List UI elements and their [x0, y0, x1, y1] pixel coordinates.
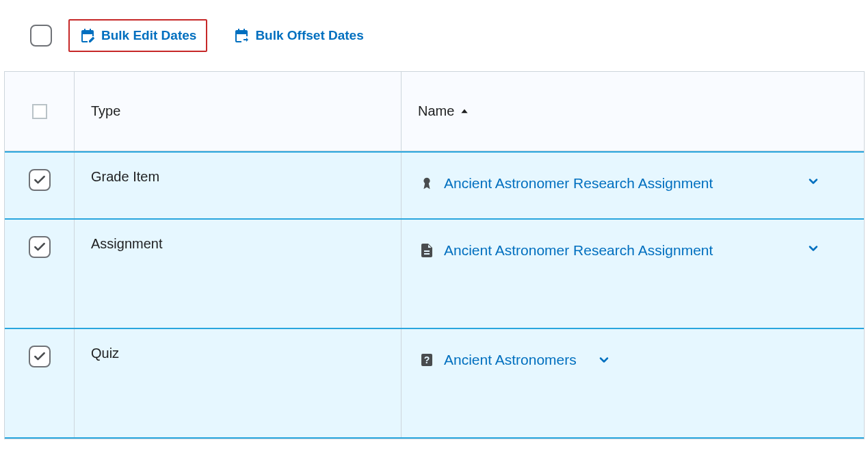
- header-name[interactable]: Name: [402, 72, 864, 151]
- table-row: Assignment Ancient Astronomer Research A…: [5, 220, 864, 329]
- header-type-label: Type: [91, 103, 120, 119]
- svg-text:?: ?: [424, 354, 430, 365]
- row-type-cell: Quiz: [75, 329, 402, 437]
- row-name-cell: ? Ancient Astronomers: [402, 329, 864, 437]
- bulk-edit-dates-button[interactable]: Bulk Edit Dates: [68, 19, 207, 52]
- row-checkbox[interactable]: [29, 346, 51, 367]
- row-checkbox[interactable]: [29, 236, 51, 258]
- row-name-cell: Ancient Astronomer Research Assignment: [402, 220, 864, 328]
- ribbon-icon: [418, 174, 436, 192]
- item-name-link[interactable]: Ancient Astronomer Research Assignment: [444, 175, 713, 192]
- row-actions-dropdown[interactable]: [806, 174, 847, 188]
- row-name-cell: Ancient Astronomer Research Assignment: [402, 153, 864, 218]
- dates-table: Type Name Grade Item: [4, 71, 865, 439]
- row-actions-dropdown[interactable]: [597, 353, 611, 367]
- row-type-cell: Assignment: [75, 220, 402, 328]
- row-type-label: Quiz: [91, 346, 119, 361]
- row-actions-dropdown[interactable]: [806, 242, 847, 255]
- document-icon: [418, 242, 436, 259]
- bulk-offset-dates-label: Bulk Offset Dates: [255, 28, 363, 43]
- item-name-link[interactable]: Ancient Astronomers: [444, 352, 577, 368]
- table-row: Grade Item Ancient Astronomer Research A…: [5, 151, 864, 220]
- toolbar: Bulk Edit Dates Bulk Offset Dates: [0, 0, 868, 71]
- calendar-offset-icon: [233, 27, 250, 44]
- bulk-edit-dates-label: Bulk Edit Dates: [101, 28, 196, 43]
- row-checkbox-cell: [5, 329, 75, 437]
- header-type[interactable]: Type: [75, 72, 402, 151]
- item-name-link[interactable]: Ancient Astronomer Research Assignment: [444, 242, 713, 259]
- select-all-header-checkbox[interactable]: [32, 104, 47, 119]
- manage-dates-panel: Bulk Edit Dates Bulk Offset Dates Type N…: [0, 0, 868, 439]
- row-type-label: Grade Item: [91, 169, 159, 185]
- bulk-offset-dates-button[interactable]: Bulk Offset Dates: [224, 21, 373, 51]
- select-all-top-checkbox[interactable]: [30, 25, 52, 47]
- question-icon: ?: [418, 351, 436, 369]
- row-checkbox-cell: [5, 153, 75, 218]
- header-name-label: Name: [418, 103, 454, 119]
- header-checkbox-cell: [5, 72, 75, 151]
- row-type-label: Assignment: [91, 236, 163, 252]
- table-header-row: Type Name: [5, 72, 864, 151]
- table-row: Quiz ? Ancient Astronomers: [5, 329, 864, 439]
- row-checkbox-cell: [5, 220, 75, 328]
- row-type-cell: Grade Item: [75, 153, 402, 218]
- calendar-edit-icon: [79, 27, 96, 44]
- svg-point-0: [423, 178, 430, 184]
- row-checkbox[interactable]: [29, 169, 51, 191]
- sort-ascending-icon: [460, 107, 469, 116]
